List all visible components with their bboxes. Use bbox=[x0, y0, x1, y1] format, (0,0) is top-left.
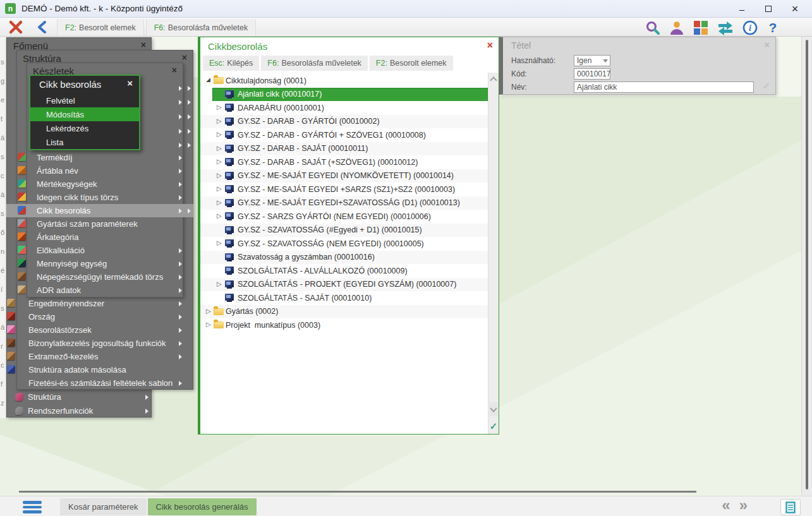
tree-row[interactable]: ▷GY.SZ - DARAB - SAJÁT (+SZÖVEG1) (00010… bbox=[200, 155, 488, 169]
submenu-arrow-icon bbox=[179, 328, 182, 333]
tree-row[interactable]: ▷Projekt munkatípus (0003) bbox=[200, 318, 488, 332]
tree-row[interactable]: SZOLGÁLTATÁS - ALVÁLLALKOZÓ (00010009) bbox=[200, 264, 488, 278]
tree-collapse-icon[interactable]: ▷ bbox=[217, 117, 222, 124]
transfer-icon[interactable] bbox=[717, 20, 734, 35]
nav-next-icon[interactable]: » bbox=[739, 496, 756, 513]
panel-tab-F6[interactable]: F6:Besorolásfa műveletek bbox=[261, 56, 368, 71]
tree-row[interactable]: ▷GY.SZ - DARAB - GYÁRTÓI (00010002) bbox=[200, 115, 488, 129]
tree-row[interactable]: ▷GY.SZ - DARAB - SAJÁT (00010011) bbox=[200, 142, 488, 156]
horizontal-scrollbar-thumb[interactable] bbox=[19, 491, 696, 493]
scroll-up-icon[interactable] bbox=[490, 76, 497, 83]
menu-item-3[interactable]: Mértékegységek bbox=[28, 177, 182, 191]
menu-item-17[interactable]: Struktúra adatok másolása bbox=[18, 363, 192, 376]
minimize-button[interactable]: – bbox=[729, 0, 755, 18]
tree-row[interactable]: ▷Gyártás (0002) bbox=[200, 305, 488, 319]
tree-collapse-icon[interactable]: ▷ bbox=[217, 199, 222, 206]
tree-collapse-icon[interactable]: ▷ bbox=[217, 158, 222, 165]
scrollbar-thumb[interactable] bbox=[806, 40, 808, 489]
close-button[interactable]: × bbox=[782, 0, 808, 18]
submenu-item-1[interactable]: Felvétel bbox=[30, 93, 139, 107]
close-icon[interactable]: × bbox=[764, 39, 770, 50]
tree-row[interactable]: ▷GY.SZ - ME-SAJÁT EGYEDI (NYOMKÖVETETT) … bbox=[200, 169, 488, 183]
fomenu-item-1[interactable]: Struktúra bbox=[6, 390, 152, 404]
tree-collapse-icon[interactable]: ▷ bbox=[217, 145, 222, 152]
tree-collapse-icon[interactable]: ▷ bbox=[217, 280, 222, 287]
menu-item-5[interactable]: Cikk besorolás bbox=[6, 204, 193, 217]
panel-tab-Esc[interactable]: Esc:Kilépés bbox=[203, 56, 259, 71]
tree-row[interactable]: ▷GY.SZ - DARAB - GYÁRTÓI + SZÖVEG1 (0001… bbox=[200, 128, 488, 142]
menu-item-10[interactable]: Népegészségügyi termékadó törzs bbox=[28, 270, 182, 284]
panel-tab-F2[interactable]: F2:Besorolt elemek bbox=[370, 56, 453, 71]
maximize-button[interactable] bbox=[755, 0, 782, 18]
submenu-arrow-icon bbox=[179, 288, 182, 293]
toolbar-tab-F6[interactable]: F6:Besorolásfa műveletek bbox=[146, 19, 257, 36]
menu-item-12[interactable]: Engedményrendszer bbox=[18, 297, 192, 310]
submenu-item-2[interactable]: Módosítás bbox=[30, 107, 139, 121]
abort-icon[interactable] bbox=[8, 20, 23, 35]
menu-item-14[interactable]: Besorolástörzsek bbox=[18, 323, 192, 337]
tree-row[interactable]: ▷GY.SZ - ME-SAJÁT EGYEDI+SZAVATOSSÁG (D1… bbox=[200, 196, 488, 210]
submenu-item-3[interactable]: Lekérdezés bbox=[30, 121, 139, 135]
tree-expanded-icon[interactable]: ◢ bbox=[206, 76, 210, 83]
bottom-tab-1[interactable]: Kosár paraméterek bbox=[60, 498, 147, 515]
modules-icon[interactable] bbox=[693, 20, 708, 35]
hasznalhato-select[interactable]: Igen bbox=[574, 55, 610, 66]
menu-item-16[interactable]: Extramező-kezelés bbox=[18, 350, 192, 363]
nav-prev-icon[interactable]: « bbox=[722, 496, 739, 513]
toolbar-tab-F2[interactable]: F2:Besorolt elemek bbox=[57, 19, 144, 36]
menu-item-4[interactable]: Idegen cikk típus törzs bbox=[28, 191, 182, 204]
tree-row[interactable]: Ajánlati cikk (00010017) bbox=[200, 88, 488, 102]
menu-item-15[interactable]: Bizonylatkezelés jogosultság funkciók bbox=[18, 337, 192, 350]
menu-item-18[interactable]: Fizetési-és számlázási feltételek sablon bbox=[18, 376, 192, 390]
report-list-button[interactable] bbox=[780, 499, 801, 515]
menu-item-icon bbox=[18, 179, 26, 188]
tree-collapse-icon[interactable]: ▷ bbox=[206, 308, 211, 315]
tree-row[interactable]: ▷DARABÁRU (00010001) bbox=[200, 101, 488, 115]
submenu-item-4[interactable]: Lista bbox=[30, 135, 139, 149]
help-icon[interactable]: ? bbox=[767, 20, 779, 35]
menu-item-7[interactable]: Árkategória bbox=[28, 231, 182, 244]
tree-row[interactable]: ▷GY.SZ - SARZS GYÁRTÓI (NEM EGYEDI) (000… bbox=[200, 210, 488, 224]
info-icon[interactable]: i bbox=[742, 20, 758, 35]
tree-row[interactable]: ▷SZOLGÁLTATÁS - PROJEKT (EGYEDI GYSZÁM) … bbox=[200, 278, 488, 292]
tree-collapse-icon[interactable]: ▷ bbox=[217, 212, 222, 219]
tree-row[interactable]: ▷GY.SZ - SZAVATOSSÁG (NEM EGYEDI) (00010… bbox=[200, 237, 488, 251]
bottom-tab-2[interactable]: Cikk besorolás generálás bbox=[148, 498, 257, 515]
search-icon[interactable] bbox=[645, 20, 660, 35]
tree-row[interactable]: SZOLGÁLTATÁS - SAJÁT (00010010) bbox=[200, 291, 488, 305]
menu-item-2[interactable]: Ártábla név bbox=[28, 164, 182, 177]
scroll-down-button[interactable] bbox=[489, 402, 498, 416]
close-icon[interactable]: × bbox=[127, 78, 133, 88]
nev-input[interactable]: Ajánlati cikk bbox=[574, 81, 754, 93]
submenu-arrow-icon bbox=[179, 100, 182, 105]
tree-row[interactable]: GY.SZ - SZAVATOSSÁG (#Egyedi + D1) (0001… bbox=[200, 224, 488, 237]
tree-collapse-icon[interactable]: ▷ bbox=[217, 172, 222, 179]
tree-row[interactable]: ▷GY.SZ - ME-SAJÁT EGYEDI +SARZS (SZ1)+SZ… bbox=[200, 183, 488, 196]
user-icon[interactable] bbox=[669, 20, 684, 35]
tree-collapse-icon[interactable]: ▷ bbox=[217, 131, 222, 138]
fomenu-item-2[interactable]: Rendszerfunkciók bbox=[6, 404, 152, 417]
close-icon[interactable]: × bbox=[487, 40, 493, 51]
menu-item-13[interactable]: Ország bbox=[18, 310, 192, 323]
menu-item-8[interactable]: Előkalkuláció bbox=[28, 244, 182, 257]
close-icon[interactable]: × bbox=[141, 41, 146, 49]
menu-burger-icon[interactable] bbox=[23, 501, 42, 515]
tree-collapse-icon[interactable]: ▷ bbox=[217, 104, 222, 111]
tree-collapse-icon[interactable]: ▷ bbox=[217, 239, 222, 246]
menu-item-1[interactable]: Termékdíj bbox=[28, 151, 182, 164]
tree-row[interactable]: Szavatosság a gyszámban (00010016) bbox=[200, 251, 488, 265]
menu-item-9[interactable]: Mennyiségi egység bbox=[28, 257, 182, 270]
close-icon[interactable]: × bbox=[182, 54, 187, 61]
bottom-bar: Kosár paraméterekCikk besorolás generálá… bbox=[0, 496, 812, 516]
tree-collapse-icon[interactable]: ▷ bbox=[217, 185, 222, 192]
tree-row[interactable]: ◢Cikktulajdonság (0001) bbox=[200, 74, 488, 88]
tree-collapse-icon[interactable]: ▷ bbox=[206, 321, 211, 328]
window-vertical-scrollbar[interactable] bbox=[801, 37, 812, 496]
back-icon[interactable] bbox=[37, 21, 48, 33]
confirm-check-icon[interactable]: ✓ bbox=[488, 421, 499, 432]
kod-input[interactable]: 00010017 bbox=[574, 68, 610, 80]
menu-item-6[interactable]: Gyártási szám paraméterek bbox=[28, 217, 182, 231]
tree-scrollbar[interactable]: ✓ bbox=[488, 73, 499, 434]
close-icon[interactable]: × bbox=[172, 66, 177, 74]
menu-item-11[interactable]: ADR adatok bbox=[28, 284, 182, 297]
